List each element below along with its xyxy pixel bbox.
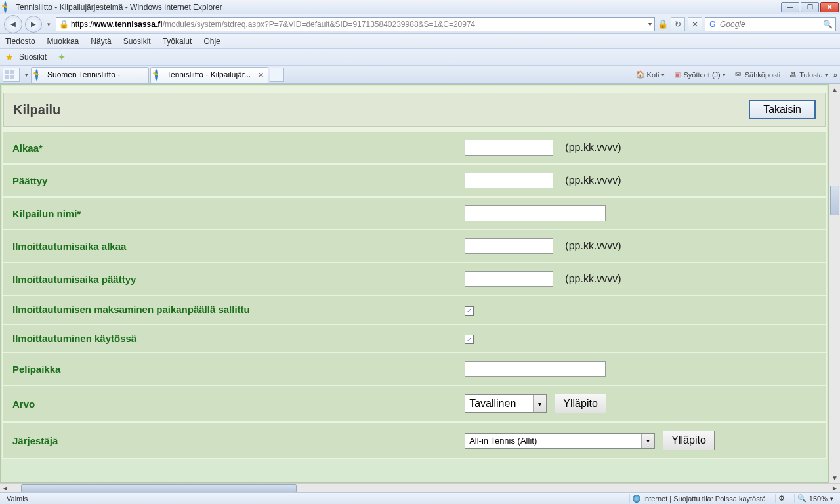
cmd-home[interactable]: 🏠Koti▾ <box>633 70 667 79</box>
hint-alkaa: (pp.kk.vvvv) <box>565 142 621 153</box>
input-nimi[interactable] <box>465 205 606 221</box>
hint-ilmo-alkaa: (pp.kk.vvvv) <box>565 240 621 251</box>
new-tab-button[interactable] <box>270 68 284 82</box>
cmd-print[interactable]: 🖶Tulosta▾ <box>786 70 831 79</box>
row-nimi: Kilpailun nimi* <box>3 198 826 229</box>
label-alkaa: Alkaa* <box>3 132 455 163</box>
divider <box>52 51 52 63</box>
cmd-mail[interactable]: ✉Sähköposti <box>731 70 783 79</box>
cmd-more-dropdown[interactable]: » <box>833 71 837 79</box>
label-nimi: Kilpailun nimi* <box>3 198 455 229</box>
vertical-scrollbar[interactable]: ▲ ▼ <box>829 84 840 483</box>
scroll-down-arrow[interactable]: ▼ <box>830 472 840 483</box>
input-alkaa[interactable] <box>465 140 553 156</box>
maximize-button[interactable]: ❐ <box>801 2 819 12</box>
menu-favorites[interactable]: Suosikit <box>123 37 151 46</box>
menu-help[interactable]: Ohje <box>203 37 220 46</box>
label-paattyy: Päättyy <box>3 165 455 196</box>
scroll-up-arrow[interactable]: ▲ <box>830 84 840 94</box>
ie-icon <box>4 3 13 12</box>
url-dropdown-icon[interactable]: ▾ <box>648 20 652 28</box>
tab-close-icon[interactable]: ✕ <box>258 71 264 79</box>
status-ready: Valmis <box>4 494 30 503</box>
ie-icon <box>155 70 164 79</box>
scroll-left-arrow[interactable]: ◄ <box>0 484 10 492</box>
scroll-right-arrow[interactable]: ► <box>830 484 840 492</box>
row-ilmoittautumisaika-alkaa: Ilmoittautumisaika alkaa (pp.kk.vvvv) <box>3 230 826 262</box>
menu-file[interactable]: Tiedosto <box>5 37 35 46</box>
tab-kilpailujarjestelma[interactable]: Tennisliitto - Kilpailujär... ✕ <box>150 67 268 83</box>
forward-nav-button[interactable]: ► <box>25 16 42 33</box>
yllapito-jarjestaja-button[interactable]: Ylläpito <box>663 430 714 450</box>
back-nav-button[interactable]: ◄ <box>4 15 22 33</box>
row-ilmoittautuminen-kaytossa: Ilmoittautuminen käytössä ✓ <box>3 325 826 352</box>
label-jarjestaja: Järjestäjä <box>3 423 455 458</box>
ie-icon <box>35 70 45 79</box>
menu-bar: Tiedosto Muokkaa Näytä Suosikit Työkalut… <box>0 34 840 49</box>
label-ilmo-kaytossa: Ilmoittautuminen käytössä <box>3 325 455 352</box>
nav-history-dropdown[interactable]: ▾ <box>47 21 51 28</box>
window-title: Tennisliitto - Kilpailujärjestelmä - Win… <box>16 3 781 12</box>
hscroll-thumb[interactable] <box>21 484 297 492</box>
status-zoom[interactable]: 🔍 150% ▾ <box>794 494 836 503</box>
tab-bar: ▾ Suomen Tennisliitto - Tennisliitto - K… <box>0 66 840 84</box>
search-placeholder: Google <box>720 20 746 29</box>
hint-paattyy: (pp.kk.vvvv) <box>565 175 621 186</box>
command-bar: 🏠Koti▾ ▣Syötteet (J)▾ ✉Sähköposti 🖶Tulos… <box>633 70 837 79</box>
horizontal-scrollbar[interactable]: ◄ ► <box>0 483 840 492</box>
minimize-button[interactable]: ― <box>781 2 799 12</box>
row-alkaa: Alkaa* (pp.kk.vvvv) <box>3 132 826 163</box>
checkbox-ilmo-kaytossa[interactable]: ✓ <box>465 335 474 344</box>
zoom-icon: 🔍 <box>797 494 807 503</box>
lock-icon: 🔒 <box>59 20 68 29</box>
print-icon: 🖶 <box>788 70 797 79</box>
row-paattyy: Päättyy (pp.kk.vvvv) <box>3 165 826 196</box>
tab-title: Suomen Tennisliitto - <box>47 70 144 79</box>
label-arvo: Arvo <box>3 386 455 421</box>
close-button[interactable]: ✕ <box>820 2 839 12</box>
select-jarjestaja[interactable]: All-in Tennis (Allit) ▾ <box>465 433 655 449</box>
label-pelipaikka: Pelipaikka <box>3 353 455 385</box>
input-pelipaikka[interactable] <box>465 361 606 377</box>
add-favorite-icon[interactable]: ✦ <box>58 52 66 62</box>
chevron-down-icon: ▾ <box>533 395 546 412</box>
select-arvo[interactable]: Tavallinen ▾ <box>465 394 547 413</box>
row-arvo: Arvo Tavallinen ▾ Ylläpito <box>3 386 826 421</box>
menu-edit[interactable]: Muokkaa <box>47 37 79 46</box>
mail-icon: ✉ <box>734 70 743 79</box>
refresh-button[interactable]: ↻ <box>671 17 685 32</box>
competition-form: Alkaa* (pp.kk.vvvv) Päättyy (pp.kk.vvvv) <box>3 131 826 459</box>
security-padlock-icon[interactable]: 🔒 <box>658 19 668 30</box>
form-header: Kilpailu Takaisin <box>3 93 826 127</box>
status-bar: Valmis Internet | Suojattu tila: Poissa … <box>0 492 840 504</box>
label-ilmo-paattyy: Ilmoittautumisaika päättyy <box>3 263 455 295</box>
search-box[interactable]: G Google 🔍 <box>705 17 836 32</box>
checkbox-maksu-paikanpaalla[interactable]: ✓ <box>465 306 474 316</box>
globe-icon <box>633 495 640 503</box>
favorites-star-icon[interactable]: ★ <box>5 52 14 62</box>
quick-tabs-dropdown[interactable]: ▾ <box>25 72 28 78</box>
row-maksu-paikanpaalla: Ilmoittautumisen maksaminen paikanpäällä… <box>3 296 826 324</box>
menu-view[interactable]: Näytä <box>91 37 111 46</box>
row-pelipaikka: Pelipaikka <box>3 353 826 385</box>
stop-button[interactable]: ✕ <box>688 17 702 32</box>
back-button[interactable]: Takaisin <box>749 100 816 119</box>
scroll-thumb[interactable] <box>830 186 839 215</box>
hint-ilmo-paattyy: (pp.kk.vvvv) <box>565 273 621 284</box>
quick-tabs-button[interactable] <box>3 68 20 82</box>
input-paattyy[interactable] <box>465 173 553 188</box>
input-ilmo-alkaa[interactable] <box>465 238 553 254</box>
search-submit-icon[interactable]: 🔍 <box>823 20 833 29</box>
status-protected-mode-icon[interactable]: ⚙ <box>775 494 788 503</box>
yllapito-arvo-button[interactable]: Ylläpito <box>555 394 606 413</box>
address-bar[interactable]: 🔒 https://www.tennisassa.fi/modules/syst… <box>56 17 655 32</box>
tab-suomen-tennisliitto[interactable]: Suomen Tennisliitto - <box>31 67 149 83</box>
status-security[interactable]: Internet | Suojattu tila: Poissa käytöst… <box>629 494 768 503</box>
input-ilmo-paattyy[interactable] <box>465 271 553 287</box>
tab-title: Tennisliitto - Kilpailujär... <box>167 70 255 79</box>
label-maksu: Ilmoittautumisen maksaminen paikanpäällä… <box>3 296 455 324</box>
page-viewport: Kilpailu Takaisin Alkaa* (pp.kk.vvvv) Pä… <box>0 84 829 483</box>
menu-tools[interactable]: Työkalut <box>163 37 192 46</box>
favorites-label[interactable]: Suosikit <box>19 52 47 62</box>
cmd-feeds[interactable]: ▣Syötteet (J)▾ <box>670 70 728 79</box>
